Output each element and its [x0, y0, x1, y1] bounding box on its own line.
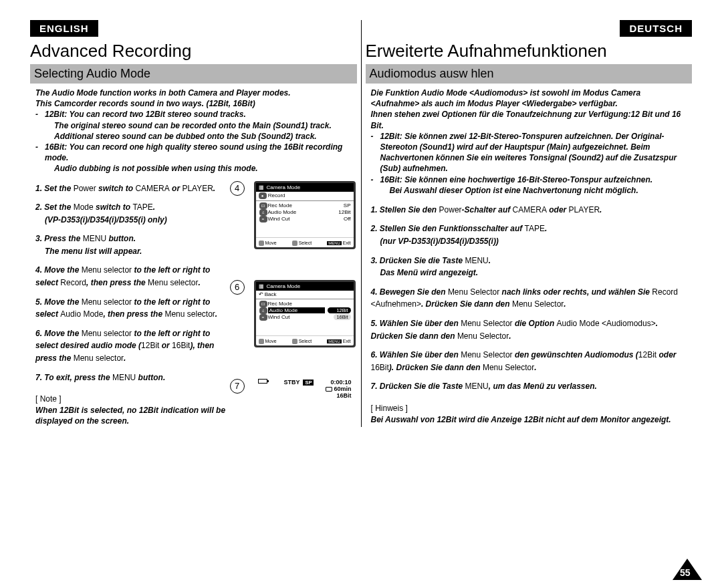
step-4: 4. Bewegen Sie den Menu Selector nach li… [371, 286, 687, 311]
step-5: 5. Wählen Sie über den Menu Selector die… [371, 317, 687, 342]
menu-icon: MENU [327, 241, 342, 245]
wind-icon: ≈ [259, 314, 267, 321]
intro-bullet: 16Bit: Sie können eine hochwertige 16-Bi… [380, 174, 653, 185]
move-icon [259, 241, 264, 246]
move-icon [259, 339, 264, 344]
tape-icon: ⊡ [259, 202, 267, 209]
screen-section: Record [268, 192, 285, 198]
figure-column: 4 ▦Camera Mode ● Record ⊡Rec ModeSP ♫Aud… [237, 181, 357, 427]
intro-bullet: Additional stereo sound can be dubbed on… [35, 131, 352, 142]
figure-number-6: 6 [230, 280, 245, 295]
timecode: 0:00:10 [330, 379, 351, 386]
audio-icon: ♫ [259, 307, 267, 314]
note-body: Bei Auswahl von 12Bit wird die Anzeige 1… [366, 414, 693, 425]
audio-bit-label: 16Bit [336, 392, 351, 399]
steps-list: 1. Set the Power switch to CAMERA or PLA… [30, 181, 237, 384]
figure-number-4: 4 [230, 181, 245, 196]
figure-number-7: 7 [230, 379, 245, 394]
column-english: ENGLISH Advanced Recording Selecting Aud… [30, 20, 357, 427]
lang-row: ENGLISH [30, 20, 357, 37]
remain-label: 60min [334, 386, 351, 392]
intro-line: The Audio Mode function works in both Ca… [35, 88, 352, 98]
screen-fig-4: ▦Camera Mode ● Record ⊡Rec ModeSP ♫Audio… [254, 181, 356, 249]
section-heading: Selecting Audio Mode [30, 64, 357, 84]
battery-icon [258, 379, 267, 384]
intro-line: This Camcorder records sound in two ways… [35, 98, 352, 109]
intro-bullet: Audio dubbing is not possible when using… [35, 163, 352, 174]
intro-text: The Audio Mode function works in both Ca… [30, 84, 357, 181]
step-7: 7. Drücken Sie die Taste MENU, um das Me… [371, 380, 687, 393]
intro-bullet: 16Bit: You can record one high quality s… [45, 142, 352, 163]
note-body: When 12Bit is selected, no 12Bit indicat… [30, 405, 237, 426]
page-number: 55 [680, 567, 691, 578]
screen-title: Camera Mode [267, 283, 301, 289]
step-3: 3. Press the MENU button. The menu list … [35, 233, 231, 257]
select-icon [292, 241, 297, 246]
lang-row: DEUTSCH [366, 20, 693, 37]
tape-icon: ⊡ [259, 301, 267, 307]
intro-line: Ihnen stehen zwei Optionen für die Tonau… [371, 109, 687, 130]
step-1: 1. Set the Power switch to CAMERA or PLA… [35, 182, 231, 195]
step-1: 1. Stellen Sie den Power-Schalter auf CA… [371, 204, 687, 216]
column-deutsch: DEUTSCH Erweiterte Aufnahmefunktionen Au… [366, 20, 693, 427]
lang-tab-deutsch: DEUTSCH [620, 20, 692, 37]
page-title: Advanced Recording [30, 37, 357, 64]
step-5: 5. Move the Menu selector to the left or… [35, 296, 231, 321]
intro-bullet: Bei Auswahl dieser Option ist eine Nachv… [371, 185, 687, 196]
step-6: 6. Move the Menu selector to the left or… [35, 327, 231, 365]
step-7: 7. To exit, press the MENU button. [35, 372, 231, 384]
record-icon: ● [259, 192, 267, 199]
screen-fig-7: STBY SP 0:00:10 60min 16Bit [254, 379, 356, 399]
select-icon [292, 339, 297, 344]
tape-remain-icon [326, 387, 332, 392]
note-label: [ Hinweis ] [366, 400, 693, 414]
step-2: 2. Set the Mode switch to TAPE. (VP-D353… [35, 201, 231, 226]
sp-badge: SP [303, 380, 314, 386]
steps-list: 1. Stellen Sie den Power-Schalter auf CA… [366, 202, 693, 393]
back-icon: ↶ [259, 291, 263, 297]
section-heading: Audiomodus ausw hlen [366, 64, 693, 84]
intro-bullet: 12Bit: You can record two 12Bit stereo s… [45, 109, 246, 120]
audio-icon: ♫ [259, 209, 267, 216]
intro-line: Die Funktion Audio Mode <Audiomodus> ist… [371, 88, 687, 109]
intro-bullet: 12Bit: Sie können zwei 12-Bit-Stereo-Ton… [380, 131, 687, 174]
intro-bullet: The original stereo sound can be recorde… [35, 120, 352, 131]
step-2: 2. Stellen Sie den Funktionsschalter auf… [371, 223, 687, 247]
step-3: 3. Drücken Sie die Taste MENU. Das Menü … [371, 255, 687, 279]
menu-icon: MENU [327, 339, 342, 343]
lang-tab-english: ENGLISH [30, 20, 98, 37]
wind-icon: ≈ [259, 216, 267, 223]
step-4: 4. Move the Menu selector to the left or… [35, 264, 231, 289]
page-number-corner: 55 [673, 559, 702, 580]
page-title: Erweiterte Aufnahmefunktionen [366, 37, 693, 64]
screen-title: Camera Mode [267, 184, 301, 190]
note-label: [ Note ] [30, 390, 237, 405]
intro-text: Die Funktion Audio Mode <Audiomodus> ist… [366, 84, 693, 202]
step-6: 6. Wählen Sie über den Menu Selector den… [371, 349, 687, 374]
stby-label: STBY [284, 379, 300, 386]
screen-fig-6: ▦Camera Mode ↶ Back ⊡Rec Mode ♫Audio Mod… [254, 280, 356, 347]
column-divider [361, 20, 362, 427]
back-label: Back [265, 291, 277, 297]
